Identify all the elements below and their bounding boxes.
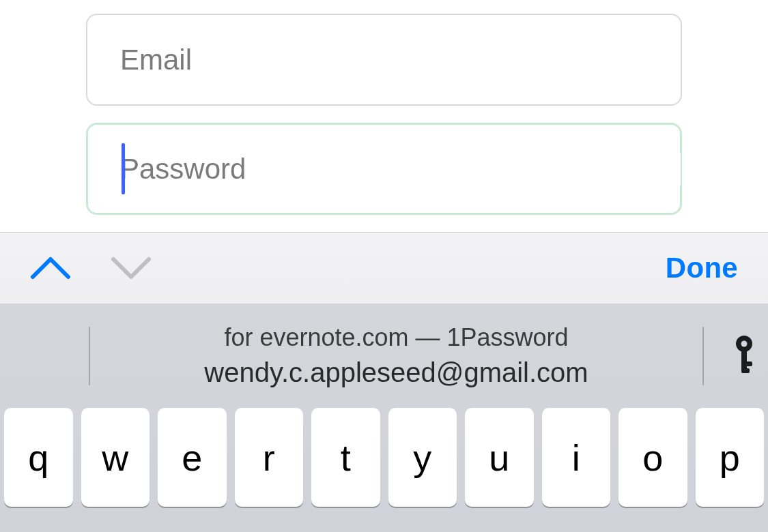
svg-rect-4 — [741, 368, 750, 373]
next-field-button[interactable] — [111, 255, 152, 281]
key-i[interactable]: i — [542, 408, 611, 507]
key-q[interactable]: q — [4, 408, 73, 507]
key-t[interactable]: t — [311, 408, 380, 507]
key-w[interactable]: w — [81, 408, 150, 507]
keyboard-row-1: q w e r t y u i o p — [0, 408, 768, 507]
autofill-context-label: for evernote.com — 1Password — [224, 323, 568, 352]
key-u[interactable]: u — [465, 408, 534, 507]
password-field-container[interactable] — [86, 123, 682, 215]
email-input[interactable] — [120, 44, 681, 76]
previous-field-button[interactable] — [30, 255, 71, 281]
field-navigation — [30, 255, 152, 281]
on-screen-keyboard: for evernote.com — 1Password wendy.c.app… — [0, 304, 768, 532]
key-icon — [730, 334, 758, 378]
svg-point-1 — [741, 340, 748, 346]
key-y[interactable]: y — [388, 408, 457, 507]
password-input[interactable] — [120, 153, 681, 186]
password-manager-button[interactable] — [720, 334, 768, 378]
autofill-account-label: wendy.c.appleseed@gmail.com — [204, 357, 588, 388]
svg-rect-3 — [741, 361, 752, 366]
key-o[interactable]: o — [618, 408, 687, 507]
key-e[interactable]: e — [158, 408, 227, 507]
autofill-suggestion[interactable]: for evernote.com — 1Password wendy.c.app… — [90, 323, 702, 388]
login-form — [0, 0, 768, 232]
key-p[interactable]: p — [696, 408, 765, 507]
keyboard-accessory-bar: Done — [0, 232, 768, 304]
divider — [702, 327, 704, 385]
key-r[interactable]: r — [235, 408, 304, 507]
email-field-container[interactable] — [86, 14, 682, 106]
done-button[interactable]: Done — [666, 252, 738, 284]
text-caret — [122, 143, 125, 194]
svg-rect-2 — [741, 351, 747, 371]
autofill-suggestion-row: for evernote.com — 1Password wendy.c.app… — [0, 304, 768, 408]
